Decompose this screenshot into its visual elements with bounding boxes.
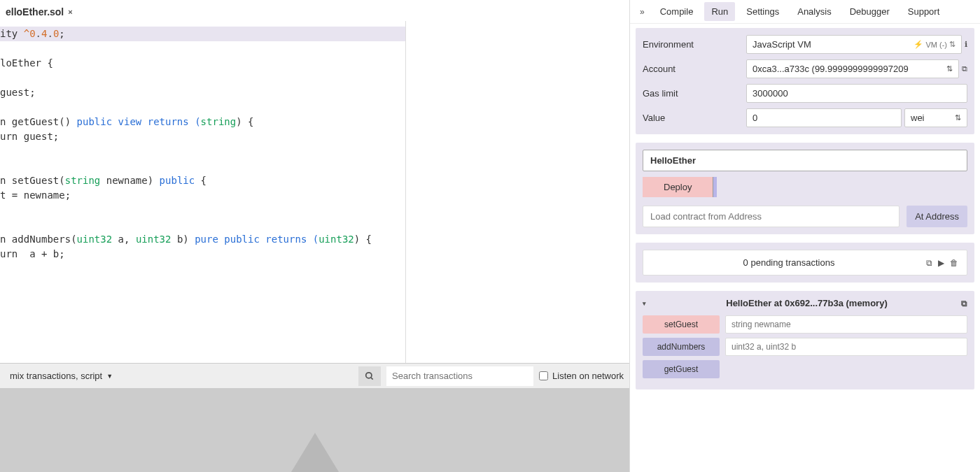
pending-text: 0 pending transactions — [652, 257, 926, 268]
load-address-input[interactable] — [643, 206, 899, 227]
tab-analysis[interactable]: Analysis — [790, 2, 838, 21]
deployed-instance: ▾ HelloEther at 0x692...77b3a (memory) ⧉… — [636, 291, 974, 389]
code-editor[interactable]: ity ^0.4.0; loEther { guest; n getGuest(… — [0, 21, 405, 262]
right-tabs: » Compile Run Settings Analysis Debugger… — [630, 0, 980, 24]
function-input-setguest[interactable] — [725, 315, 967, 334]
tab-compile[interactable]: Compile — [653, 2, 701, 21]
tab-run[interactable]: Run — [704, 2, 735, 21]
tab-support[interactable]: Support — [901, 2, 947, 21]
account-select[interactable]: 0xca3...a733c (99.9999999999997209 ⇅ — [746, 59, 959, 78]
listen-network-checkbox[interactable] — [539, 371, 548, 380]
ethereum-logo-icon — [291, 433, 339, 472]
trash-icon[interactable]: 🗑 — [950, 258, 958, 268]
contract-select[interactable]: HelloEther — [643, 150, 967, 171]
gas-limit-input[interactable] — [746, 84, 967, 103]
file-name: elloEther.sol — [6, 6, 64, 17]
value-label: Value — [643, 113, 739, 123]
gas-limit-label: Gas limit — [643, 88, 739, 99]
copy-address-icon[interactable]: ⧉ — [961, 299, 967, 308]
svg-point-0 — [366, 372, 372, 378]
run-panel: » Compile Run Settings Analysis Debugger… — [630, 0, 980, 472]
account-label: Account — [643, 64, 739, 74]
environment-label: Environment — [643, 39, 739, 50]
function-row: getGuest — [643, 360, 967, 378]
collapse-instance-icon[interactable]: ▾ — [643, 300, 652, 307]
tab-debugger[interactable]: Debugger — [843, 2, 897, 21]
collapse-icon[interactable]: » — [636, 7, 649, 17]
chevron-updown-icon: ⇅ — [955, 113, 961, 122]
terminal-mode-label: mix transactions, script — [10, 371, 102, 381]
record-icon[interactable]: ⧉ — [926, 258, 932, 268]
chevron-updown-icon: ⇅ — [946, 64, 953, 73]
environment-value: JavaScript VM — [752, 39, 811, 50]
editor-side-panel — [405, 21, 629, 363]
value-input[interactable] — [746, 108, 902, 127]
function-input-addnumbers[interactable] — [725, 338, 967, 356]
function-row: setGuest — [643, 315, 967, 334]
editor-panel: elloEther.sol × ity ^0.4.0; loEther { gu… — [0, 0, 630, 472]
file-tabs: elloEther.sol × — [0, 0, 629, 21]
function-button-getguest[interactable]: getGuest — [643, 360, 720, 378]
tab-settings[interactable]: Settings — [739, 2, 786, 21]
pending-transactions-box: 0 pending transactions ⧉ ▶ 🗑 — [643, 250, 967, 276]
pending-section: 0 pending transactions ⧉ ▶ 🗑 — [636, 243, 974, 283]
deploy-section: HelloEther Deploy At Address — [636, 143, 974, 234]
terminal-mode-dropdown[interactable]: mix transactions, script ▼ — [6, 368, 117, 384]
value-unit-select[interactable]: wei ⇅ — [904, 108, 967, 127]
play-icon[interactable]: ▶ — [938, 258, 944, 268]
listen-network-label: Listen on network — [552, 371, 624, 381]
terminal-toolbar: mix transactions, script ▼ Listen on net… — [0, 363, 629, 388]
function-row: addNumbers — [643, 338, 967, 356]
close-icon[interactable]: × — [68, 8, 72, 16]
function-button-addnumbers[interactable]: addNumbers — [643, 338, 720, 356]
chevron-down-icon: ▼ — [106, 373, 113, 380]
function-button-setguest[interactable]: setGuest — [643, 315, 720, 334]
file-tab-active[interactable]: elloEther.sol × — [0, 3, 78, 20]
search-input[interactable] — [386, 366, 533, 386]
at-address-button[interactable]: At Address — [906, 206, 967, 227]
terminal-output[interactable] — [0, 388, 629, 472]
contract-name: HelloEther — [650, 155, 696, 166]
search-icon[interactable] — [358, 366, 381, 386]
svg-line-1 — [371, 377, 373, 379]
instance-title: HelloEther at 0x692...77b3a (memory) — [659, 298, 954, 308]
account-value: 0xca3...a733c (99.9999999999997209 — [752, 64, 909, 74]
copy-icon[interactable]: ⧉ — [962, 64, 967, 73]
deploy-button[interactable]: Deploy — [643, 177, 713, 197]
environment-select[interactable]: JavaScript VM ⚡VM (-)⇅ — [746, 35, 962, 54]
environment-section: Environment JavaScript VM ⚡VM (-)⇅ ℹ Acc… — [636, 28, 974, 134]
vm-indicator: ⚡VM (-)⇅ — [913, 40, 955, 49]
info-icon[interactable]: ℹ — [965, 40, 967, 49]
value-unit: wei — [911, 113, 925, 123]
deploy-dropdown-toggle[interactable] — [713, 177, 717, 197]
